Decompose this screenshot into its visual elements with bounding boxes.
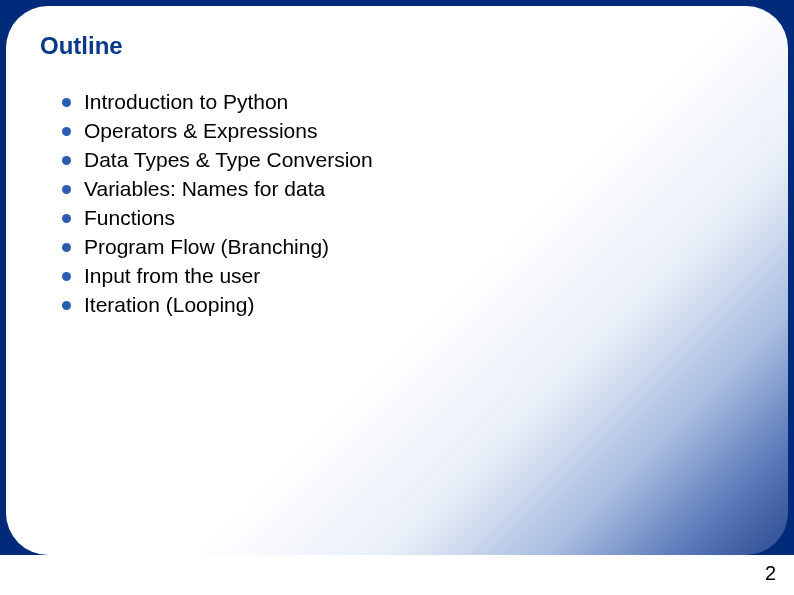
list-item: Input from the user bbox=[62, 262, 754, 291]
footer-strip bbox=[0, 555, 794, 595]
outline-list: Introduction to Python Operators & Expre… bbox=[62, 88, 754, 320]
page-number: 2 bbox=[763, 562, 778, 585]
list-item: Functions bbox=[62, 204, 754, 233]
list-item: Iteration (Looping) bbox=[62, 291, 754, 320]
list-item: Program Flow (Branching) bbox=[62, 233, 754, 262]
list-item: Variables: Names for data bbox=[62, 175, 754, 204]
list-item: Operators & Expressions bbox=[62, 117, 754, 146]
slide-card: Outline Introduction to Python Operators… bbox=[6, 6, 788, 555]
slide-title: Outline bbox=[40, 32, 754, 60]
list-item: Data Types & Type Conversion bbox=[62, 146, 754, 175]
list-item: Introduction to Python bbox=[62, 88, 754, 117]
